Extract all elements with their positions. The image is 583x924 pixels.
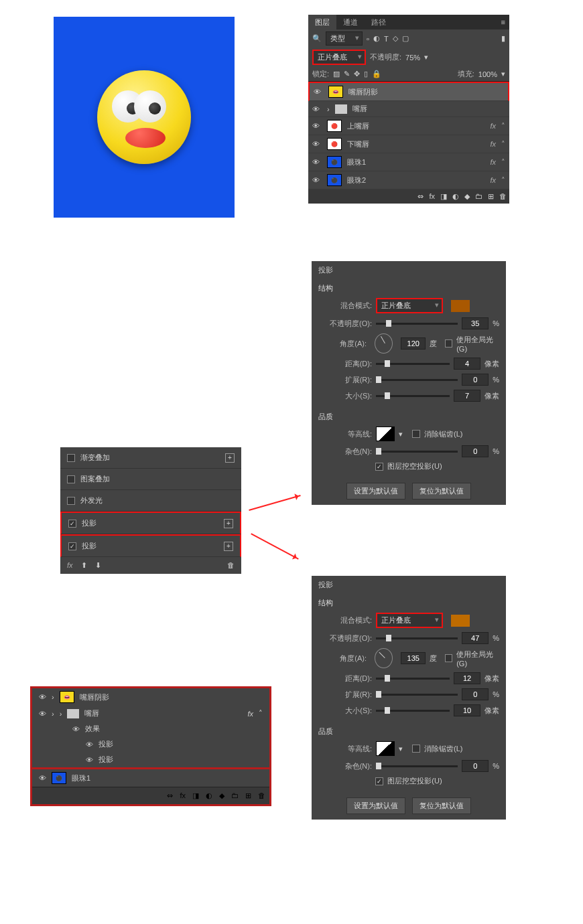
lock-paint-icon[interactable]: ✎ <box>344 70 350 78</box>
filter-adj-icon[interactable]: ◐ <box>373 34 380 43</box>
fx-item[interactable]: 渐变叠加+ <box>60 447 241 469</box>
down-icon[interactable]: ⬇ <box>95 561 101 570</box>
fx-entry[interactable]: 👁 投影 <box>32 737 269 752</box>
tab-paths[interactable]: 路径 <box>365 15 393 30</box>
reset-default-button[interactable]: 复位为默认值 <box>412 797 471 814</box>
global-checkbox[interactable] <box>445 654 452 662</box>
checkbox[interactable]: ✓ <box>68 542 76 550</box>
angle-input[interactable]: 120 <box>401 337 426 350</box>
contour-picker[interactable] <box>376 741 395 756</box>
tab-channels[interactable]: 通道 <box>336 15 365 30</box>
checkbox[interactable] <box>67 497 75 505</box>
size-input[interactable]: 7 <box>454 390 480 402</box>
up-icon[interactable]: ⬆ <box>81 561 87 570</box>
search-icon[interactable]: 🔍 <box>312 34 322 43</box>
opacity-value[interactable]: 75% <box>405 54 420 62</box>
fx-item[interactable]: ✓投影+ <box>60 534 241 557</box>
set-default-button[interactable]: 设置为默认值 <box>346 483 405 499</box>
layer-row[interactable]: 👁🔴上嘴唇fx˄ <box>308 117 509 135</box>
angle-dial[interactable] <box>375 333 393 354</box>
panel-menu-icon[interactable]: ≡ <box>497 18 509 26</box>
noise-input[interactable]: 0 <box>462 445 489 457</box>
noise-input[interactable]: 0 <box>462 760 489 772</box>
blend-select[interactable]: 正片叠底 <box>376 298 443 313</box>
layer-row[interactable]: 👁›👄嘴唇阴影 <box>32 688 269 706</box>
layer-row[interactable]: 👁👄嘴唇阴影 <box>308 82 509 101</box>
visibility-icon[interactable]: 👁 <box>86 756 93 764</box>
visibility-icon[interactable]: 👁 <box>312 140 322 148</box>
kind-select[interactable]: 类型 <box>326 31 363 46</box>
dist-slider[interactable] <box>376 363 450 365</box>
angle-input[interactable]: 135 <box>401 652 426 664</box>
filter-toggle[interactable]: ▮ <box>501 34 505 43</box>
spread-slider[interactable] <box>376 379 458 381</box>
chevron-icon[interactable]: › <box>52 693 54 701</box>
size-slider[interactable] <box>376 710 450 712</box>
footer-icon[interactable]: ◐ <box>452 192 459 201</box>
color-swatch[interactable] <box>451 615 470 627</box>
reset-default-button[interactable]: 复位为默认值 <box>412 483 471 499</box>
chevron-icon[interactable]: ˄ <box>501 122 505 131</box>
visibility-icon[interactable]: 👁 <box>312 176 322 184</box>
visibility-icon[interactable]: 👁 <box>312 105 322 113</box>
blend-mode-select[interactable]: 正片叠底 <box>312 50 366 65</box>
plus-icon[interactable]: + <box>224 519 233 528</box>
footer-icon[interactable]: fx <box>180 791 186 800</box>
chevron-icon[interactable]: › <box>52 710 54 718</box>
fx-icon[interactable]: fx <box>67 561 73 570</box>
lock-trans-icon[interactable]: ▨ <box>333 70 340 78</box>
filter-smart-icon[interactable]: ▢ <box>402 34 409 43</box>
layer-row[interactable]: 👁› 嘴唇 <box>308 101 509 117</box>
footer-icon[interactable]: 🗀 <box>231 791 239 800</box>
fx-item[interactable]: ✓投影+ <box>60 512 241 534</box>
filter-shape-icon[interactable]: ◇ <box>393 34 398 43</box>
footer-icon[interactable]: ⇔ <box>417 192 424 201</box>
visibility-icon[interactable]: 👁 <box>39 774 46 782</box>
dist-input[interactable]: 4 <box>454 358 480 370</box>
footer-icon[interactable]: 🗑 <box>499 192 507 201</box>
color-swatch[interactable] <box>451 300 470 312</box>
contour-picker[interactable] <box>376 427 395 441</box>
fx-item[interactable]: 图案叠加 <box>60 469 241 490</box>
footer-icon[interactable]: ◐ <box>206 791 212 800</box>
blend-select[interactable]: 正片叠底 <box>376 613 443 628</box>
layer-row[interactable]: 👁⚫眼珠2fx˄ <box>308 171 509 189</box>
footer-icon[interactable]: ⇔ <box>167 791 173 800</box>
lock-pos-icon[interactable]: ✥ <box>354 70 360 78</box>
footer-icon[interactable]: 🗑 <box>258 791 265 800</box>
angle-dial[interactable] <box>375 648 393 668</box>
fx-entry[interactable]: 👁 投影 <box>32 752 269 767</box>
chevron-icon[interactable]: › <box>60 710 62 718</box>
layer-row[interactable]: 👁›› 嘴唇fx ˄ <box>32 706 269 721</box>
footer-icon[interactable]: ◨ <box>192 791 199 800</box>
footer-icon[interactable]: ⊞ <box>245 791 251 800</box>
visibility-icon[interactable]: 👁 <box>86 741 93 749</box>
knock-checkbox[interactable]: ✓ <box>375 777 383 785</box>
spread-slider[interactable] <box>376 694 458 696</box>
size-input[interactable]: 10 <box>454 704 480 716</box>
fx-item[interactable]: 外发光 <box>60 490 241 512</box>
plus-icon[interactable]: + <box>224 542 233 551</box>
footer-icon[interactable]: ◨ <box>440 192 447 201</box>
footer-icon[interactable]: fx <box>429 192 435 201</box>
global-checkbox[interactable] <box>445 339 452 348</box>
noise-slider[interactable] <box>376 451 458 453</box>
fill-value[interactable]: 100% <box>478 70 497 78</box>
opacity-input[interactable]: 35 <box>462 317 489 329</box>
footer-icon[interactable]: 🗀 <box>475 192 482 201</box>
plus-icon[interactable]: + <box>225 453 235 463</box>
chevron-icon[interactable]: ˄ <box>501 158 505 167</box>
footer-icon[interactable]: ⊞ <box>488 192 494 201</box>
fx-badge[interactable]: fx <box>490 158 496 166</box>
opacity-input[interactable]: 47 <box>462 632 489 644</box>
filter-icon[interactable]: ▫ <box>367 35 369 43</box>
checkbox[interactable]: ✓ <box>68 520 76 528</box>
lock-nest-icon[interactable]: ▯ <box>364 70 368 78</box>
layer-row[interactable]: 👁🔴下嘴唇fx˄ <box>308 135 509 153</box>
footer-icon[interactable]: ◆ <box>219 791 224 800</box>
opacity-slider[interactable] <box>376 323 458 325</box>
noise-slider[interactable] <box>376 765 458 767</box>
checkbox[interactable] <box>67 475 75 483</box>
filter-text-icon[interactable]: T <box>384 35 389 43</box>
visibility-icon[interactable]: 👁 <box>312 158 322 166</box>
